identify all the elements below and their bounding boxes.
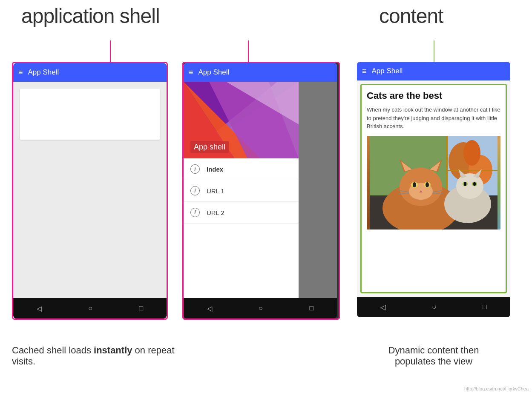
page: application shell content ≡ App Shell: [0, 0, 532, 393]
drawer-item-text-1: Index: [207, 166, 223, 173]
drawer-app-label: App shell: [190, 141, 229, 153]
app-shell-label: application shell: [21, 4, 160, 28]
phone1-border: ≡ App Shell ◁ ○ □: [12, 62, 168, 320]
phone3-app-bar: ≡ App Shell: [357, 62, 510, 80]
phone1-home-btn[interactable]: ○: [88, 304, 92, 312]
phone3-content-area: Cats are the best When my cats look out …: [357, 80, 510, 297]
phone3-back-btn[interactable]: ◁: [380, 303, 385, 311]
drawer-item-index[interactable]: i Index: [184, 158, 299, 180]
phone2-title: App Shell: [198, 68, 230, 77]
caption-left: Cached shell loads instantly on repeat v…: [12, 345, 178, 367]
drawer-item-icon-2: i: [190, 186, 200, 195]
svg-point-11: [463, 140, 480, 166]
drawer-item-url2[interactable]: i URL 2: [184, 202, 299, 224]
phone1-hamburger-icon: ≡: [18, 68, 23, 77]
caption-right: Dynamic content then populates the view: [357, 345, 510, 367]
phone1-content-area: [13, 82, 167, 298]
phone1-back-btn[interactable]: ◁: [37, 304, 42, 313]
phone1-placeholder: [20, 89, 160, 140]
phone1-nav-bar: ◁ ○ □: [13, 298, 167, 318]
svg-rect-13: [446, 170, 497, 171]
cat-image: [367, 136, 500, 229]
phone2-app-bar: ≡ App Shell: [184, 63, 337, 82]
phone1-title: App Shell: [28, 68, 59, 77]
phone2-screen: ≡ App Shell: [184, 63, 337, 298]
watermark: http://blog.csdn.net/HorkyChea: [464, 386, 529, 391]
content-label: content: [379, 4, 443, 28]
caption-bold: instantly: [94, 345, 132, 356]
phone3-nav-bar: ◁ ○ □: [357, 297, 510, 317]
drawer-item-icon-3: i: [190, 208, 200, 217]
drawer-item-url1[interactable]: i URL 1: [184, 180, 299, 202]
drawer-item-icon-1: i: [190, 164, 200, 174]
phone2-border: ≡ App Shell: [182, 62, 340, 320]
phone3-title: App Shell: [372, 67, 403, 75]
svg-point-24: [413, 182, 416, 187]
svg-point-37: [464, 182, 466, 186]
card-title: Cats are the best: [367, 90, 500, 101]
phone2: ≡ App Shell: [184, 63, 337, 318]
phone1-app-bar: ≡ App Shell: [13, 63, 167, 82]
drawer-item-text-2: URL 1: [207, 187, 224, 195]
arrow-line-3: [434, 40, 434, 63]
phone2-nav-bar: ◁ ○ □: [184, 298, 337, 318]
phone1-recents-btn[interactable]: □: [139, 304, 144, 312]
drawer-item-text-3: URL 2: [207, 209, 224, 216]
phone3: ≡ App Shell Cats are the best When my ca…: [357, 62, 510, 317]
svg-point-38: [473, 182, 476, 186]
arrow-line-1: [110, 40, 111, 63]
labels-row: application shell content: [0, 0, 532, 62]
phone3-home-btn[interactable]: ○: [432, 303, 436, 311]
drawer-dark-overlay: [299, 82, 337, 298]
phone3-recents-btn[interactable]: □: [483, 303, 487, 311]
caption-right-line2: populates the view: [395, 356, 472, 367]
phone1-screen: ≡ App Shell: [13, 63, 167, 298]
phone1-wrapper: ≡ App Shell ◁ ○ □: [12, 62, 168, 320]
svg-point-32: [456, 173, 483, 199]
phone2-wrapper: ≡ App Shell: [182, 62, 340, 320]
drawer-image-area: App shell: [184, 82, 299, 158]
card-text: When my cats look out the window at anot…: [367, 106, 500, 131]
drawer-panel: App shell i Index i URL 1: [184, 82, 299, 298]
phone1: ≡ App Shell ◁ ○ □: [13, 63, 167, 318]
phone3-screen: ≡ App Shell Cats are the best When my ca…: [357, 62, 510, 297]
phone2-drawer-overlay: App shell i Index i URL 1: [184, 82, 337, 298]
arrow-line-2: [248, 40, 249, 63]
cat-image-svg: [367, 136, 500, 229]
content-card: Cats are the best When my cats look out …: [360, 84, 507, 293]
phone3-wrapper: ≡ App Shell Cats are the best When my ca…: [357, 62, 510, 317]
phone2-home-btn[interactable]: ○: [259, 304, 263, 312]
caption-right-line1: Dynamic content then: [388, 345, 479, 356]
svg-point-25: [426, 182, 429, 187]
phone3-hamburger-icon: ≡: [362, 67, 367, 76]
phone2-hamburger-icon: ≡: [189, 68, 193, 77]
phone2-back-btn[interactable]: ◁: [207, 304, 212, 313]
phone2-recents-btn[interactable]: □: [310, 304, 314, 312]
